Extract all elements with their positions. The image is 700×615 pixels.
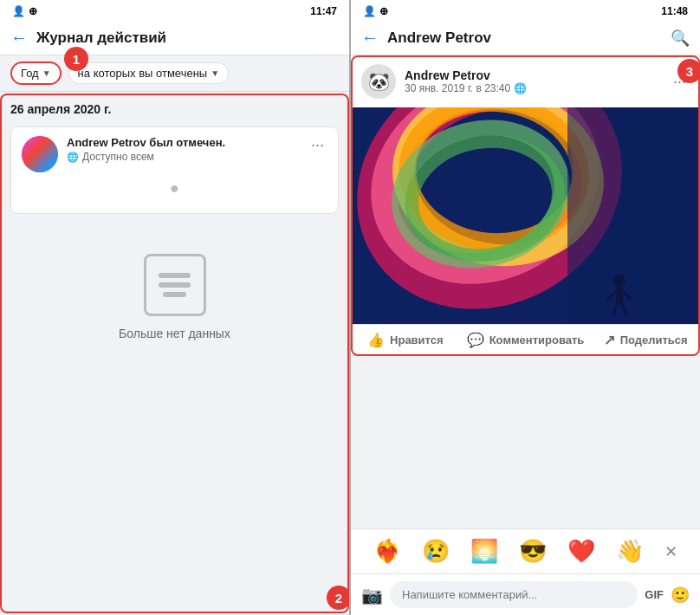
right-time: 11:48	[661, 5, 688, 17]
emoji-reaction-bar: ❤️‍🔥 😢 🌅 😎 ❤️ 👋 ✕	[351, 528, 700, 573]
right-back-button[interactable]: ←	[361, 28, 379, 48]
right-status-icons: 👤 ⊕	[363, 5, 388, 17]
left-nav-title: Журнал действий	[36, 29, 339, 47]
share-button[interactable]: ↗ Поделиться	[591, 325, 700, 355]
svg-rect-7	[567, 107, 700, 324]
emoji-wave[interactable]: 👋	[616, 538, 644, 565]
like-icon: 👍	[367, 332, 385, 348]
empty-line-2	[159, 282, 191, 288]
tag-chevron-icon: ▼	[211, 68, 219, 78]
empty-icon	[144, 254, 206, 316]
right-nav-bar: ← Andrew Petrov 🔍	[351, 21, 700, 55]
left-status-icons: 👤 ⊕	[12, 5, 37, 17]
left-nav-bar: ← Журнал действий	[0, 21, 349, 55]
empty-line-3	[163, 292, 187, 297]
post-image	[351, 107, 700, 324]
year-label: Год	[21, 67, 39, 80]
annotation-2: 2	[327, 586, 349, 610]
post-avatar: 🐼	[361, 64, 396, 99]
activity-more-button[interactable]: ···	[308, 136, 327, 154]
left-phone-screen: 👤 ⊕ 11:47 ← Журнал действий Год ▼ на кот…	[0, 0, 349, 615]
activity-text: Andrew Petrov был отмечен. 🌐 Доступно вс…	[67, 136, 299, 163]
date-header: 26 апреля 2020 г.	[10, 99, 339, 120]
emoji-heart[interactable]: ❤️	[567, 538, 595, 565]
post-author-name: Andrew Petrov	[405, 68, 661, 82]
comment-input-bar: 📷 GIF 🙂	[351, 573, 700, 615]
post-date: 30 янв. 2019 г. в 23:40 🌐	[405, 82, 661, 94]
tag-label: на которых вы отмечены	[78, 67, 208, 80]
search-button[interactable]: 🔍	[671, 29, 690, 48]
privacy-icon: 🌐	[67, 152, 79, 163]
right-phone-screen: 👤 ⊕ 11:48 ← Andrew Petrov 🔍 3 🐼 Andrew P…	[351, 0, 700, 615]
right-signal-icon: ⊕	[379, 5, 388, 17]
post-painting-svg	[351, 107, 700, 324]
like-button[interactable]: 👍 Нравится	[351, 325, 460, 355]
year-chevron-icon: ▼	[42, 68, 51, 78]
right-nav-title: Andrew Petrov	[387, 29, 662, 47]
post-section: 3 🐼 Andrew Petrov 30 янв. 2019 г. в 23:4…	[351, 55, 700, 356]
right-status-bar: 👤 ⊕ 11:48	[351, 0, 700, 21]
signal-icon: ⊕	[29, 5, 37, 17]
activity-name: Andrew Petrov был отмечен.	[67, 136, 299, 149]
tag-filter-button[interactable]: на которых вы отмечены ▼	[68, 62, 229, 84]
right-profile-icon: 👤	[363, 5, 376, 17]
filter-bar: Год ▼ на которых вы отмечены ▼ 1	[0, 55, 349, 92]
emoji-fire-heart[interactable]: ❤️‍🔥	[373, 538, 401, 565]
emoji-cry[interactable]: 😢	[422, 538, 450, 565]
content-spacer	[351, 356, 700, 528]
year-filter-button[interactable]: Год ▼	[10, 62, 62, 85]
activity-avatar	[22, 136, 58, 172]
left-back-button[interactable]: ←	[10, 28, 28, 48]
svg-rect-9	[616, 287, 623, 302]
activity-card: Andrew Petrov был отмечен. 🌐 Доступно вс…	[10, 126, 339, 214]
profile-icon: 👤	[12, 5, 25, 17]
camera-button[interactable]: 📷	[361, 585, 383, 605]
emoji-close-button[interactable]: ✕	[664, 542, 677, 561]
annotation-1: 1	[64, 47, 88, 71]
gif-button[interactable]: GIF	[645, 588, 664, 601]
loading-indicator: ●	[22, 172, 327, 204]
left-time: 11:47	[310, 5, 337, 17]
empty-text: Больше нет данных	[119, 327, 230, 340]
post-header: 🐼 Andrew Petrov 30 янв. 2019 г. в 23:40 …	[351, 55, 700, 107]
svg-point-8	[613, 275, 625, 287]
left-status-bar: 👤 ⊕ 11:47	[0, 0, 349, 21]
comment-button[interactable]: 💬 Комментировать	[460, 325, 592, 355]
activity-privacy: 🌐 Доступно всем	[67, 151, 299, 163]
empty-line-1	[159, 273, 191, 278]
comment-input-field[interactable]	[390, 581, 638, 608]
emoji-cool[interactable]: 😎	[519, 538, 547, 565]
emoji-input-button[interactable]: 🙂	[671, 586, 690, 605]
share-icon: ↗	[604, 332, 615, 348]
post-actions: 👍 Нравится 💬 Комментировать ↗ Поделиться	[351, 324, 700, 356]
globe-icon: 🌐	[514, 82, 527, 94]
comment-icon: 💬	[467, 332, 484, 348]
post-meta: Andrew Petrov 30 янв. 2019 г. в 23:40 🌐	[405, 68, 661, 94]
empty-state: Больше нет данных	[10, 219, 339, 375]
emoji-sunset[interactable]: 🌅	[470, 538, 498, 565]
annotation-3: 3	[677, 59, 700, 83]
left-content-area: 2 26 апреля 2020 г. Andrew Petrov был от…	[0, 92, 349, 615]
